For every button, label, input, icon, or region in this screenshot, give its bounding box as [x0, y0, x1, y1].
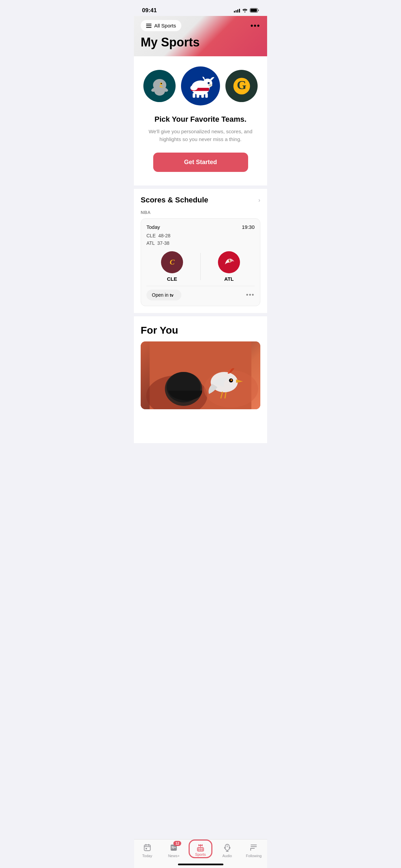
scores-header: Scores & Schedule ›: [141, 196, 260, 204]
game-card-top: Today 19:30 CLE 48-28 ATL 37-38: [146, 224, 255, 247]
menu-icon: [146, 24, 152, 28]
svg-point-22: [190, 85, 198, 90]
tab-bar-spacer: [134, 409, 267, 443]
apple-tv-icon: tv: [170, 293, 176, 297]
svg-rect-20: [201, 93, 204, 98]
game-date: Today: [146, 224, 160, 230]
eagles-logo-svg: [148, 74, 172, 98]
status-icons: [234, 8, 259, 13]
svg-point-29: [229, 261, 230, 262]
svg-rect-21: [205, 93, 208, 98]
home-team: C CLE: [146, 251, 198, 282]
cle-abbr: CLE: [167, 276, 177, 282]
svg-point-13: [208, 82, 209, 83]
game-teams-row: C CLE: [146, 251, 255, 282]
header: All Sports ••• My Sports: [134, 16, 267, 56]
for-you-image-svg: [141, 341, 260, 409]
svg-text:C: C: [169, 258, 175, 266]
bills-logo-svg: [186, 72, 215, 100]
packers-logo-svg: G: [230, 74, 254, 98]
all-sports-label: All Sports: [154, 23, 176, 28]
scores-section: Scores & Schedule › NBA Today 19:30 CLE …: [134, 189, 267, 313]
bills-team-logo: [181, 66, 220, 105]
team-logos-row: G: [141, 66, 260, 105]
league-label: NBA: [141, 210, 260, 215]
section-divider: [134, 185, 267, 189]
pick-teams-title: Pick Your Favorite Teams.: [141, 115, 260, 124]
packers-team-logo: G: [225, 70, 258, 102]
signal-icon: [234, 8, 240, 13]
page-title: My Sports: [141, 35, 260, 50]
header-top: All Sports •••: [141, 20, 260, 31]
home-score: CLE 48-28: [146, 232, 255, 239]
eagles-team-logo: [143, 70, 176, 102]
for-you-section: For You: [134, 316, 267, 409]
scores-title: Scores & Schedule: [141, 196, 208, 204]
team-divider: [200, 253, 201, 280]
game-card: Today 19:30 CLE 48-28 ATL 37-38: [141, 218, 260, 306]
atl-team-circle: [218, 251, 240, 273]
main-content: G Pick Your Favorite Teams. We'll give y…: [134, 56, 267, 443]
battery-icon: [250, 8, 259, 13]
away-score: ATL 37-38: [146, 239, 255, 247]
svg-point-15: [209, 85, 210, 85]
svg-rect-1: [250, 9, 257, 12]
section-divider-2: [134, 313, 267, 316]
pick-teams-section: G Pick Your Favorite Teams. We'll give y…: [134, 56, 267, 185]
svg-point-16: [210, 85, 211, 85]
all-sports-button[interactable]: All Sports: [141, 20, 181, 31]
svg-text:tv: tv: [170, 293, 174, 297]
open-in-tv-button[interactable]: Open in tv: [146, 290, 181, 300]
status-bar: 09:41: [134, 0, 267, 16]
game-more-button[interactable]: •••: [246, 291, 255, 298]
away-team: ATL: [203, 251, 255, 282]
atl-abbr: ATL: [224, 276, 234, 282]
svg-rect-19: [197, 93, 199, 98]
game-bottom: Open in tv •••: [146, 286, 255, 300]
get-started-button[interactable]: Get Started: [153, 153, 248, 172]
wifi-icon: [242, 8, 248, 13]
for-you-card-image: [141, 341, 260, 409]
svg-rect-18: [193, 93, 195, 98]
cle-team-circle: C: [161, 251, 183, 273]
svg-point-6: [161, 83, 162, 84]
for-you-card[interactable]: [141, 341, 260, 409]
svg-text:G: G: [237, 78, 246, 92]
game-scores: CLE 48-28 ATL 37-38: [146, 232, 255, 247]
svg-point-39: [230, 379, 232, 381]
more-options-icon: •••: [250, 21, 260, 30]
status-time: 09:41: [142, 7, 157, 14]
more-options-button[interactable]: •••: [250, 21, 260, 30]
pick-teams-subtitle: We'll give you personalized news, scores…: [141, 128, 260, 143]
for-you-title: For You: [141, 324, 260, 336]
hawks-logo-svg: [221, 254, 238, 271]
scores-chevron-icon[interactable]: ›: [258, 197, 260, 204]
game-time: 19:30: [242, 224, 255, 230]
cavaliers-logo-svg: C: [164, 254, 181, 271]
